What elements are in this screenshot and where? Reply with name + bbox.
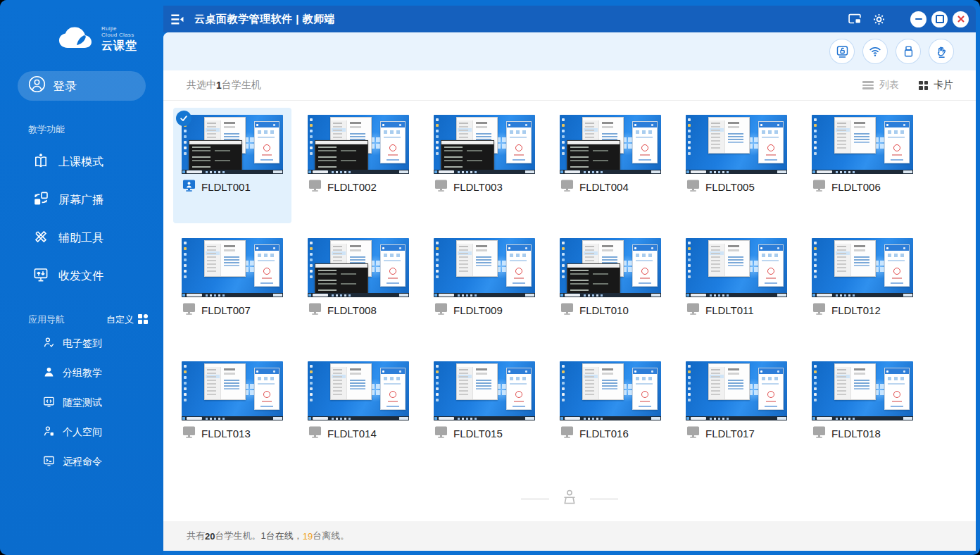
sidebar-item-sign-in[interactable]: 电子签到 — [0, 329, 163, 358]
student-machine-card[interactable]: FLDLT016 — [551, 354, 670, 470]
thumb-explorer-window — [204, 363, 246, 400]
student-screen-thumbnail[interactable] — [182, 238, 283, 297]
screen-share-icon[interactable] — [846, 10, 864, 28]
thumb-client-app-window — [506, 121, 532, 163]
student-machine-card[interactable]: FLDLT004 — [551, 108, 670, 223]
thumb-client-app-window — [254, 244, 279, 287]
thumb-desktop-icons — [310, 242, 313, 244]
student-machine-card[interactable]: FLDLT006 — [803, 108, 922, 223]
teaching-menu: 上课模式 屏幕广播 — [0, 143, 163, 295]
student-screen-thumbnail[interactable] — [812, 238, 913, 297]
student-screen-thumbnail[interactable] — [812, 115, 913, 174]
sidebar-item-quiz[interactable]: 随堂测试 — [0, 388, 163, 418]
thumb-explorer-window — [456, 363, 498, 400]
selected-check-icon — [176, 111, 191, 126]
submenu-label: 电子签到 — [63, 337, 102, 350]
sidebar-item-group-teaching[interactable]: 分组教学 — [0, 358, 163, 388]
student-machine-card[interactable]: FLDLT011 — [677, 231, 796, 347]
nav-section-label: 应用导航 — [28, 313, 65, 326]
close-button[interactable] — [953, 11, 969, 27]
cloud-logo-icon — [56, 25, 96, 52]
sidebar-item-screen-broadcast[interactable]: 屏幕广播 — [0, 181, 163, 219]
sidebar-item-personal-space[interactable]: 个人空间 — [0, 418, 163, 447]
student-machine-card[interactable]: FLDLT018 — [803, 354, 922, 470]
student-screen-thumbnail[interactable] — [434, 361, 535, 420]
machine-name: FLDLT009 — [453, 304, 503, 316]
student-screen-thumbnail[interactable] — [686, 238, 787, 297]
teaching-section-label: 教学功能 — [28, 123, 65, 136]
machine-name: FLDLT004 — [579, 181, 629, 193]
settings-gear-icon[interactable] — [869, 10, 888, 28]
student-machine-card[interactable]: FLDLT013 — [173, 354, 291, 470]
machine-name: FLDLT015 — [453, 428, 503, 439]
student-machine-card[interactable]: FLDLT007 — [173, 231, 291, 347]
sidebar-item-file-transfer[interactable]: 收发文件 — [0, 257, 163, 295]
sidebar-item-assist-tools[interactable]: 辅助工具 — [0, 219, 163, 257]
machine-name: FLDLT006 — [831, 181, 881, 193]
student-machine-card[interactable]: FLDLT008 — [299, 231, 417, 347]
machine-label: FLDLT012 — [812, 303, 913, 318]
screen-broadcast-icon — [32, 190, 49, 210]
raise-hand-button[interactable] — [929, 39, 953, 63]
maximize-button[interactable] — [931, 11, 948, 27]
machine-name: FLDLT003 — [453, 181, 503, 193]
student-machine-card[interactable]: FLDLT014 — [299, 354, 417, 470]
student-machine-card[interactable]: FLDLT003 — [425, 108, 544, 223]
student-screen-thumbnail[interactable] — [434, 238, 535, 297]
thumb-client-app-window — [884, 244, 910, 287]
student-screen-thumbnail[interactable] — [182, 361, 283, 420]
student-machine-card[interactable]: FLDLT002 — [299, 108, 417, 223]
teacher-podium-marker — [521, 489, 618, 509]
student-screen-thumbnail[interactable] — [182, 115, 283, 174]
screen-lock-button[interactable] — [830, 39, 854, 63]
student-screen-thumbnail[interactable] — [308, 361, 409, 420]
customize-button[interactable]: 自定义 — [106, 313, 148, 326]
thumb-terminal-window — [315, 263, 368, 295]
student-machine-card[interactable]: FLDLT015 — [425, 354, 544, 470]
student-machine-card[interactable]: FLDLT005 — [677, 108, 796, 223]
view-toggle-card[interactable]: 卡片 — [919, 79, 953, 92]
machine-label: FLDLT013 — [182, 426, 283, 441]
student-screen-thumbnail[interactable] — [812, 361, 913, 420]
student-screen-thumbnail[interactable] — [308, 238, 409, 297]
app-window: Ruijie Cloud Class 云课堂 登录 教学功能 — [0, 0, 980, 555]
thumb-desktop-icons — [562, 118, 565, 121]
student-screen-thumbnail[interactable] — [686, 115, 787, 174]
brand-en-line2: Cloud Class — [101, 32, 137, 39]
student-screen-thumbnail[interactable] — [560, 238, 661, 297]
machine-status-icon — [308, 303, 322, 318]
thumb-taskbar — [812, 416, 913, 420]
student-screen-thumbnail[interactable] — [308, 115, 409, 174]
menu-label: 收发文件 — [58, 269, 103, 284]
view-toggle-list[interactable]: 列表 — [862, 79, 899, 92]
student-screen-thumbnail[interactable] — [686, 361, 787, 420]
machine-label: FLDLT015 — [434, 426, 535, 441]
student-machine-card[interactable]: FLDLT017 — [677, 354, 796, 470]
file-transfer-icon — [32, 266, 49, 286]
student-screen-thumbnail[interactable] — [560, 361, 661, 420]
student-machine-card[interactable]: FLDLT009 — [425, 231, 544, 347]
sidebar-item-class-mode[interactable]: 上课模式 — [0, 143, 163, 181]
login-button[interactable]: 登录 — [18, 71, 146, 101]
minimize-button[interactable] — [910, 11, 926, 27]
sidebar-item-remote-command[interactable]: 远程命令 — [0, 447, 163, 477]
machine-label: FLDLT005 — [686, 180, 787, 194]
usb-button[interactable] — [896, 39, 920, 63]
student-machine-card[interactable]: FLDLT010 — [551, 231, 670, 347]
thumb-terminal-window — [315, 140, 368, 172]
wifi-button[interactable] — [863, 39, 887, 63]
class-mode-icon — [32, 152, 49, 172]
thumb-desktop-icons — [688, 118, 691, 121]
collapse-sidebar-icon[interactable] — [168, 10, 186, 28]
thumb-taskbar — [308, 293, 409, 297]
thumb-desktop-icons — [310, 365, 313, 368]
student-screen-thumbnail[interactable] — [434, 115, 535, 174]
thumb-desktop-icons — [814, 365, 817, 368]
machine-status-icon — [686, 180, 700, 194]
student-machine-card[interactable]: FLDLT001 — [173, 108, 291, 223]
menu-label: 屏幕广播 — [58, 193, 103, 208]
thumb-desktop-icons — [436, 118, 439, 121]
student-machine-card[interactable]: FLDLT012 — [803, 231, 922, 347]
brand-cn: 云课堂 — [101, 39, 137, 52]
student-screen-thumbnail[interactable] — [560, 115, 661, 174]
